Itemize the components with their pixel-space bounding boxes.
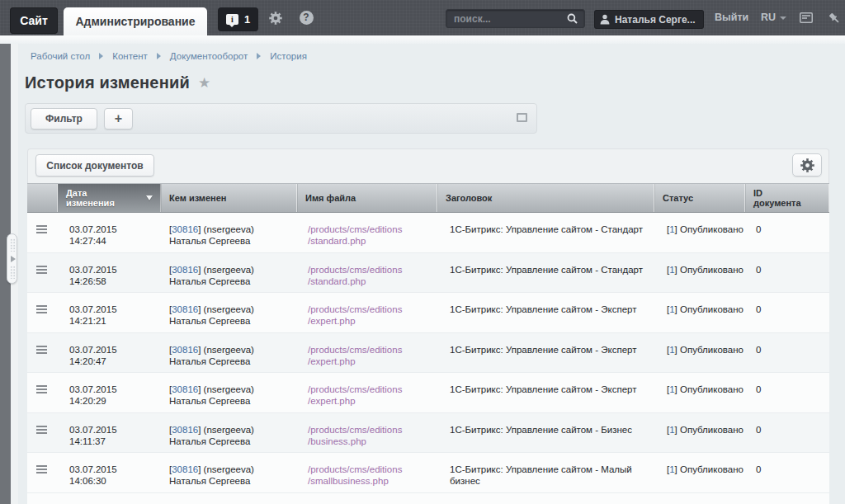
cell-doc-id: 0 — [756, 424, 761, 436]
editor-id-link[interactable]: 30816 — [172, 265, 198, 275]
pin-icon[interactable] — [826, 0, 843, 35]
time-text: 14:26:58 — [69, 276, 106, 286]
row-menu-icon[interactable] — [36, 266, 47, 274]
editor-id-link[interactable]: 30816 — [172, 464, 198, 474]
add-filter-button[interactable]: + — [104, 108, 133, 130]
date-text: 03.07.2015 — [69, 425, 117, 435]
filter-toolbar: Фильтр + — [25, 103, 537, 134]
tab-site[interactable]: Сайт — [10, 7, 58, 34]
status-text: Опубликовано — [680, 464, 744, 474]
sidebar-toggle-handle[interactable] — [7, 233, 17, 284]
page-title: История изменений★ — [25, 73, 210, 92]
status-id-link[interactable]: 1 — [669, 464, 674, 474]
editor-id-link[interactable]: 30816 — [172, 384, 198, 394]
top-bar: Сайт Администрирование i 1 ? Наталья Сер… — [0, 0, 845, 35]
date-text: 03.07.2015 — [69, 345, 117, 355]
notifications-count: 1 — [244, 13, 250, 26]
date-text: 03.07.2015 — [69, 464, 117, 474]
column-header-editor[interactable]: Кем изменен — [161, 184, 297, 212]
status-id-link[interactable]: 1 — [669, 304, 674, 314]
editor-login-text: (nsergeeva) — [204, 425, 254, 435]
language-label: RU — [761, 0, 776, 35]
status-id-link[interactable]: 1 — [669, 384, 674, 394]
help-icon[interactable]: ? — [298, 0, 314, 35]
drag-dots — [10, 266, 16, 279]
row-menu-icon[interactable] — [36, 426, 47, 434]
file-link[interactable]: /products/cms/editions/expert.php — [308, 384, 402, 406]
cell-title: 1С-Битрикс: Управление сайтом - Эксперт — [450, 384, 648, 395]
breadcrumb-item[interactable]: Рабочий стол — [31, 51, 90, 61]
row-menu-icon[interactable] — [36, 225, 47, 233]
editor-login-text: (nsergeeva) — [204, 224, 254, 234]
table-row[interactable]: 03.07.201514:20:29 [30816] (nsergeeva)На… — [27, 373, 829, 413]
settings-gear-icon[interactable] — [267, 0, 284, 35]
favorite-star-icon[interactable]: ★ — [198, 74, 210, 91]
notifications-button[interactable]: i 1 — [218, 7, 258, 31]
search-input[interactable] — [446, 13, 567, 25]
row-menu-icon[interactable] — [36, 465, 47, 473]
file-link[interactable]: /products/cms/editions/standard.php — [308, 224, 402, 246]
status-id-link[interactable]: 1 — [669, 425, 674, 435]
user-menu-button[interactable]: Наталья Серге... — [594, 10, 704, 29]
language-selector[interactable]: RU — [761, 0, 786, 35]
status-id-link[interactable]: 1 — [669, 265, 674, 275]
search-icon[interactable] — [567, 13, 584, 24]
editor-id-link[interactable]: 30816 — [172, 304, 198, 314]
file-link[interactable]: /products/cms/editions/smallbusiness.php — [308, 464, 402, 486]
column-header-date[interactable]: Дата изменения — [58, 184, 161, 212]
file-link[interactable]: /products/cms/editions/standard.php — [308, 265, 402, 286]
filter-button[interactable]: Фильтр — [31, 108, 97, 130]
row-menu-icon[interactable] — [36, 305, 47, 313]
file-path-line2: /standard.php — [308, 276, 366, 286]
sort-desc-icon[interactable] — [146, 195, 153, 200]
breadcrumb-separator-icon — [157, 53, 161, 59]
breadcrumb: Рабочий столКонтентДокументооборотИстори… — [31, 51, 307, 61]
editor-id-link[interactable]: 30816 — [172, 425, 198, 435]
column-header-title[interactable]: Заголовок — [437, 184, 654, 212]
status-text: Опубликовано — [680, 224, 744, 234]
status-id-link[interactable]: 1 — [669, 345, 674, 355]
table-row[interactable]: 03.07.201514:11:37 [30816] (nsergeeva)На… — [27, 413, 829, 454]
file-link[interactable]: /products/cms/editions/expert.php — [308, 304, 402, 326]
editor-name-text: Наталья Сергеева — [169, 316, 250, 326]
status-text: Опубликовано — [680, 265, 744, 275]
table-row[interactable]: 03.07.201514:06:30 [30816] (nsergeeva)На… — [27, 453, 829, 493]
editor-login-text: (nsergeeva) — [204, 464, 254, 474]
cell-date: 03.07.201514:26:58 — [69, 264, 117, 287]
column-header-doc-id-label: ID документа — [753, 188, 805, 208]
desktop-panel-icon[interactable] — [799, 0, 814, 35]
editor-name-text: Наталья Сергеева — [169, 476, 250, 486]
cell-status: [1] Опубликовано — [667, 464, 744, 475]
table-row[interactable]: 03.07.201514:21:21 [30816] (nsergeeva)На… — [27, 293, 829, 333]
file-path-line1: /products/cms/editions — [308, 345, 402, 355]
tab-administration[interactable]: Администрирование — [64, 7, 207, 35]
file-path-line2: /expert.php — [308, 316, 356, 326]
file-link[interactable]: /products/cms/editions/business.php — [308, 425, 402, 446]
tab-document-list[interactable]: Список документов — [35, 154, 154, 177]
status-id-link[interactable]: 1 — [669, 224, 674, 234]
cell-file: /products/cms/editions/expert.php — [308, 344, 402, 367]
row-menu-icon[interactable] — [36, 346, 47, 354]
filter-expand-icon[interactable] — [517, 113, 527, 122]
breadcrumb-separator-icon — [99, 53, 103, 59]
time-text: 14:11:37 — [69, 436, 106, 446]
table-row[interactable]: 03.07.201514:20:47 [30816] (nsergeeva)На… — [27, 333, 829, 374]
column-header-file[interactable]: Имя файла — [297, 184, 437, 212]
grid-settings-button[interactable] — [792, 153, 822, 177]
breadcrumb-item[interactable]: Контент — [112, 51, 148, 61]
breadcrumb-item[interactable]: Документооборот — [170, 51, 248, 61]
cell-title: 1С-Битрикс: Управление сайтом - Эксперт — [450, 304, 648, 315]
table-row[interactable]: 03.07.201514:26:58 [30816] (nsergeeva)На… — [27, 253, 829, 294]
logout-link[interactable]: Выйти — [715, 0, 748, 35]
notification-icon: i — [226, 14, 238, 25]
editor-id-link[interactable]: 30816 — [172, 224, 198, 234]
file-link[interactable]: /products/cms/editions/expert.php — [308, 345, 402, 366]
table-row[interactable]: 03.07.201514:27:44 [30816] (nsergeeva)На… — [27, 213, 829, 253]
cell-title: 1С-Битрикс: Управление сайтом - Малый би… — [450, 464, 648, 487]
row-menu-icon[interactable] — [36, 385, 47, 393]
column-header-doc-id[interactable]: ID документа — [745, 184, 829, 212]
editor-id-link[interactable]: 30816 — [172, 345, 198, 355]
time-text: 14:21:21 — [69, 316, 106, 326]
column-header-status[interactable]: Статус — [654, 184, 745, 212]
breadcrumb-item[interactable]: История — [270, 51, 307, 61]
